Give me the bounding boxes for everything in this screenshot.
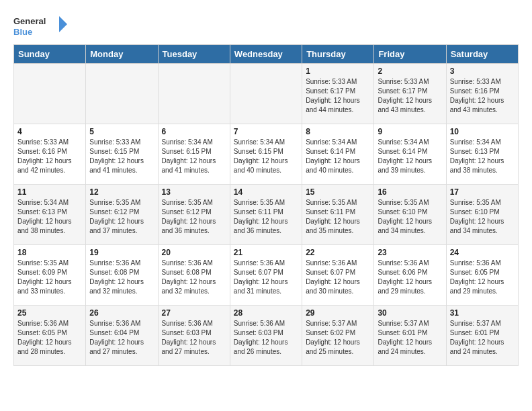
- day-number: 3: [450, 66, 515, 76]
- day-info: Sunrise: 5:36 AM Sunset: 6:05 PM Dayligh…: [17, 319, 82, 357]
- day-info: Sunrise: 5:35 AM Sunset: 6:10 PM Dayligh…: [450, 198, 515, 236]
- empty-day: [230, 64, 302, 124]
- day-info: Sunrise: 5:36 AM Sunset: 6:08 PM Dayligh…: [89, 259, 154, 296]
- day-22: 22Sunrise: 5:36 AM Sunset: 6:07 PM Dayli…: [302, 245, 374, 306]
- day-2: 2Sunrise: 5:33 AM Sunset: 6:17 PM Daylig…: [374, 64, 446, 124]
- calendar-header-row: SundayMondayTuesdayWednesdayThursdayFrid…: [14, 45, 519, 64]
- day-info: Sunrise: 5:37 AM Sunset: 6:01 PM Dayligh…: [450, 319, 515, 357]
- day-17: 17Sunrise: 5:35 AM Sunset: 6:10 PM Dayli…: [446, 185, 518, 245]
- col-header-friday: Friday: [374, 45, 446, 64]
- day-20: 20Sunrise: 5:36 AM Sunset: 6:08 PM Dayli…: [158, 245, 230, 306]
- day-8: 8Sunrise: 5:34 AM Sunset: 6:14 PM Daylig…: [302, 124, 374, 185]
- day-25: 25Sunrise: 5:36 AM Sunset: 6:05 PM Dayli…: [14, 306, 86, 366]
- day-number: 16: [378, 187, 442, 197]
- day-info: Sunrise: 5:36 AM Sunset: 6:03 PM Dayligh…: [162, 319, 226, 357]
- day-26: 26Sunrise: 5:36 AM Sunset: 6:04 PM Dayli…: [86, 306, 158, 366]
- day-number: 21: [234, 248, 298, 257]
- day-number: 18: [17, 248, 82, 257]
- day-13: 13Sunrise: 5:35 AM Sunset: 6:12 PM Dayli…: [158, 185, 230, 245]
- day-number: 5: [89, 127, 154, 136]
- day-number: 4: [17, 127, 82, 136]
- week-row-2: 4Sunrise: 5:33 AM Sunset: 6:16 PM Daylig…: [14, 124, 519, 185]
- day-info: Sunrise: 5:36 AM Sunset: 6:05 PM Dayligh…: [450, 259, 515, 296]
- day-number: 23: [378, 248, 442, 257]
- week-row-5: 25Sunrise: 5:36 AM Sunset: 6:05 PM Dayli…: [14, 306, 519, 366]
- day-info: Sunrise: 5:36 AM Sunset: 6:03 PM Dayligh…: [234, 319, 298, 357]
- day-28: 28Sunrise: 5:36 AM Sunset: 6:03 PM Dayli…: [230, 306, 302, 366]
- empty-day: [14, 64, 86, 124]
- day-27: 27Sunrise: 5:36 AM Sunset: 6:03 PM Dayli…: [158, 306, 230, 366]
- day-info: Sunrise: 5:33 AM Sunset: 6:17 PM Dayligh…: [378, 77, 442, 115]
- day-info: Sunrise: 5:36 AM Sunset: 6:07 PM Dayligh…: [234, 259, 298, 296]
- day-number: 13: [162, 187, 226, 197]
- day-number: 6: [162, 127, 226, 136]
- day-15: 15Sunrise: 5:35 AM Sunset: 6:11 PM Dayli…: [302, 185, 374, 245]
- day-number: 1: [306, 66, 370, 76]
- day-23: 23Sunrise: 5:36 AM Sunset: 6:06 PM Dayli…: [374, 245, 446, 306]
- day-info: Sunrise: 5:36 AM Sunset: 6:08 PM Dayligh…: [162, 259, 226, 296]
- calendar-table: SundayMondayTuesdayWednesdayThursdayFrid…: [13, 44, 519, 366]
- day-info: Sunrise: 5:35 AM Sunset: 6:11 PM Dayligh…: [306, 198, 370, 236]
- empty-day: [86, 64, 158, 124]
- day-info: Sunrise: 5:35 AM Sunset: 6:09 PM Dayligh…: [17, 259, 82, 296]
- day-18: 18Sunrise: 5:35 AM Sunset: 6:09 PM Dayli…: [14, 245, 86, 306]
- day-10: 10Sunrise: 5:34 AM Sunset: 6:13 PM Dayli…: [446, 124, 518, 185]
- day-number: 7: [234, 127, 298, 136]
- week-row-1: 1Sunrise: 5:33 AM Sunset: 6:17 PM Daylig…: [14, 64, 519, 124]
- day-info: Sunrise: 5:33 AM Sunset: 6:16 PM Dayligh…: [450, 77, 515, 115]
- day-number: 9: [378, 127, 442, 136]
- logo: General Blue: [13, 13, 67, 38]
- day-number: 19: [89, 248, 154, 257]
- day-number: 10: [450, 127, 515, 136]
- day-7: 7Sunrise: 5:34 AM Sunset: 6:15 PM Daylig…: [230, 124, 302, 185]
- day-1: 1Sunrise: 5:33 AM Sunset: 6:17 PM Daylig…: [302, 64, 374, 124]
- day-number: 27: [162, 308, 226, 318]
- day-number: 22: [306, 248, 370, 257]
- day-info: Sunrise: 5:35 AM Sunset: 6:12 PM Dayligh…: [89, 198, 154, 236]
- day-info: Sunrise: 5:35 AM Sunset: 6:12 PM Dayligh…: [162, 198, 226, 236]
- day-number: 2: [378, 66, 442, 76]
- col-header-wednesday: Wednesday: [230, 45, 302, 64]
- day-info: Sunrise: 5:34 AM Sunset: 6:14 PM Dayligh…: [378, 138, 442, 175]
- day-info: Sunrise: 5:36 AM Sunset: 6:04 PM Dayligh…: [89, 319, 154, 357]
- day-number: 31: [450, 308, 515, 318]
- col-header-tuesday: Tuesday: [158, 45, 230, 64]
- day-number: 14: [234, 187, 298, 197]
- day-14: 14Sunrise: 5:35 AM Sunset: 6:11 PM Dayli…: [230, 185, 302, 245]
- logo-svg: General Blue: [13, 13, 67, 38]
- day-4: 4Sunrise: 5:33 AM Sunset: 6:16 PM Daylig…: [14, 124, 86, 185]
- day-12: 12Sunrise: 5:35 AM Sunset: 6:12 PM Dayli…: [86, 185, 158, 245]
- day-number: 20: [162, 248, 226, 257]
- day-19: 19Sunrise: 5:36 AM Sunset: 6:08 PM Dayli…: [86, 245, 158, 306]
- day-info: Sunrise: 5:34 AM Sunset: 6:15 PM Dayligh…: [162, 138, 226, 175]
- day-info: Sunrise: 5:34 AM Sunset: 6:14 PM Dayligh…: [306, 138, 370, 175]
- svg-text:General: General: [13, 16, 46, 26]
- day-info: Sunrise: 5:33 AM Sunset: 6:16 PM Dayligh…: [17, 138, 82, 175]
- day-16: 16Sunrise: 5:35 AM Sunset: 6:10 PM Dayli…: [374, 185, 446, 245]
- day-29: 29Sunrise: 5:37 AM Sunset: 6:02 PM Dayli…: [302, 306, 374, 366]
- day-info: Sunrise: 5:36 AM Sunset: 6:06 PM Dayligh…: [378, 259, 442, 296]
- empty-day: [158, 64, 230, 124]
- day-info: Sunrise: 5:34 AM Sunset: 6:13 PM Dayligh…: [17, 198, 82, 236]
- day-info: Sunrise: 5:33 AM Sunset: 6:15 PM Dayligh…: [89, 138, 154, 175]
- day-number: 11: [17, 187, 82, 197]
- col-header-sunday: Sunday: [14, 45, 86, 64]
- day-24: 24Sunrise: 5:36 AM Sunset: 6:05 PM Dayli…: [446, 245, 518, 306]
- day-21: 21Sunrise: 5:36 AM Sunset: 6:07 PM Dayli…: [230, 245, 302, 306]
- day-number: 30: [378, 308, 442, 318]
- day-number: 24: [450, 248, 515, 257]
- day-number: 12: [89, 187, 154, 197]
- day-number: 25: [17, 308, 82, 318]
- day-info: Sunrise: 5:37 AM Sunset: 6:01 PM Dayligh…: [378, 319, 442, 357]
- col-header-thursday: Thursday: [302, 45, 374, 64]
- col-header-saturday: Saturday: [446, 45, 518, 64]
- col-header-monday: Monday: [86, 45, 158, 64]
- day-9: 9Sunrise: 5:34 AM Sunset: 6:14 PM Daylig…: [374, 124, 446, 185]
- page-header: General Blue: [13, 13, 519, 38]
- day-info: Sunrise: 5:35 AM Sunset: 6:11 PM Dayligh…: [234, 198, 298, 236]
- day-31: 31Sunrise: 5:37 AM Sunset: 6:01 PM Dayli…: [446, 306, 518, 366]
- day-info: Sunrise: 5:33 AM Sunset: 6:17 PM Dayligh…: [306, 77, 370, 115]
- day-number: 28: [234, 308, 298, 318]
- day-number: 17: [450, 187, 515, 197]
- day-number: 15: [306, 187, 370, 197]
